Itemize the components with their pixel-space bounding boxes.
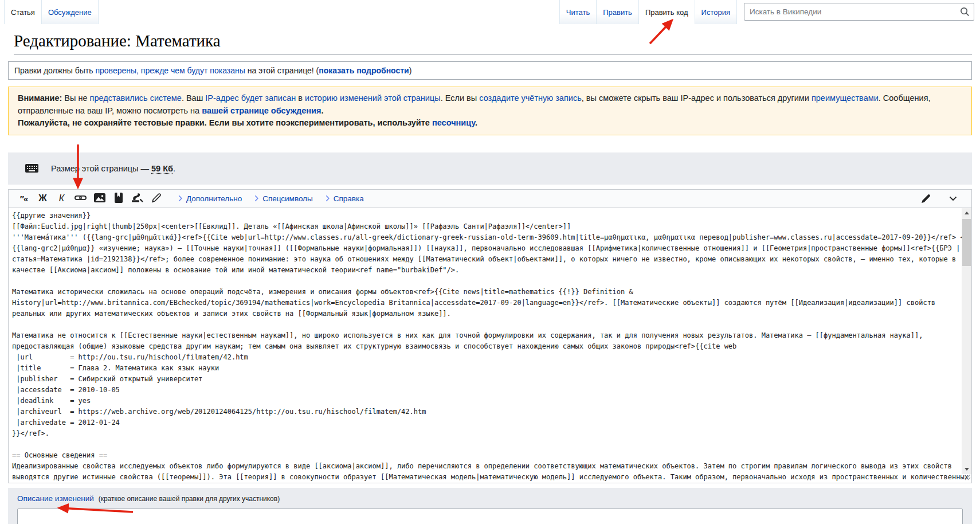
inline-text: . Ваш [182, 93, 205, 103]
menu-label: Спецсимволы [262, 194, 313, 203]
signature-button[interactable] [128, 191, 147, 206]
wikitext-editor-area: {{другие значения}} [[Файл:Euclid.jpg|ri… [8, 208, 972, 483]
chevron-right-icon [254, 195, 258, 202]
resize-grip-icon[interactable] [963, 473, 971, 482]
tab-article[interactable]: Статья [4, 0, 42, 24]
image-button[interactable] [90, 191, 109, 206]
syntax-highlight-pencil-button[interactable] [916, 191, 935, 206]
inline-text: в [296, 93, 305, 103]
inline-text: Правки должны быть [14, 66, 95, 75]
chevron-right-icon [326, 195, 330, 202]
menu-label: Дополнительно [186, 194, 242, 203]
inline-text: . Если вы [441, 93, 480, 103]
inline-link[interactable]: историю изменений этой страницы [305, 93, 441, 103]
inline-text: . Сообщения, [879, 93, 931, 103]
view-tabs: Читать Править Править код История [559, 0, 737, 24]
link-button[interactable] [71, 191, 90, 206]
view-tabs-and-search: Читать Править Править код История [559, 0, 974, 24]
inline-text: . [173, 164, 175, 173]
inline-text: на этой странице! ( [245, 66, 319, 75]
anon-edit-warning: Внимание: Вы не представились системе. В… [8, 87, 972, 135]
inline-link[interactable]: песочницу [432, 118, 475, 127]
inline-text: , вы сможете скрыть ваш IP-адрес и польз… [582, 93, 812, 103]
inline-link[interactable]: показать подробности [319, 66, 409, 75]
image-icon [94, 193, 105, 204]
search-icon[interactable] [960, 7, 970, 18]
italic-button[interactable]: К [52, 191, 71, 206]
pencil-outline-icon [151, 192, 162, 205]
reference-button[interactable] [109, 191, 128, 206]
bold-icon: Ж [38, 193, 46, 204]
signature-icon [131, 193, 143, 205]
italic-icon: К [59, 193, 64, 204]
inline-text: 59 Кб [151, 164, 173, 173]
tab-edit[interactable]: Править [597, 0, 639, 24]
warning-line: Пожалуйста, не сохраняйте тестовые правк… [18, 117, 962, 130]
scrollbar-thumb[interactable] [962, 219, 971, 266]
menu-help[interactable]: Справка [326, 194, 364, 203]
nowiki-pencil-button[interactable] [147, 191, 166, 206]
edit-summary-hint: (краткое описание вашей правки для други… [99, 495, 280, 503]
inline-link[interactable]: представились системе [90, 93, 182, 103]
edit-toolbar: ″« Ж К [8, 189, 972, 208]
inline-link[interactable]: вашей странице обсуждения [202, 106, 321, 115]
inline-link[interactable]: создадите учётную запись [479, 93, 581, 103]
page-title: Редактирование: Математика [14, 32, 972, 55]
keyboard-icon [25, 164, 38, 173]
top-bar: Статья Обсуждение Читать Править Править… [0, 0, 980, 24]
page-size-bar: Размер этой страницы — 59 Кб. [8, 152, 972, 185]
pending-review-notice: Правки должны быть проверены, прежде чем… [8, 61, 972, 80]
inline-link[interactable]: IP-адрес будет записан [205, 93, 296, 103]
bold-button[interactable]: Ж [33, 191, 52, 206]
tab-read[interactable]: Читать [559, 0, 597, 24]
warning-line: отправленные на ваш IP, можно посмотреть… [18, 105, 962, 118]
tab-discussion[interactable]: Обсуждение [42, 0, 99, 24]
link-icon [74, 192, 87, 205]
edit-summary-input[interactable] [17, 509, 963, 524]
scrollbar-up-button[interactable] [962, 208, 971, 218]
inline-text: Пожалуйста, не сохраняйте тестовые правк… [18, 118, 432, 127]
search-box [744, 3, 974, 24]
edit-summary-link[interactable]: Описание изменений [17, 494, 94, 503]
wikitext-editor[interactable]: {{другие значения}} [[Файл:Euclid.jpg|ri… [9, 208, 971, 483]
edit-summary-section: Описание изменений (краткое описание ваш… [8, 488, 972, 524]
menu-label: Справка [334, 194, 364, 203]
quotes-icon: ″« [20, 194, 28, 204]
namespace-tabs: Статья Обсуждение [4, 0, 99, 24]
tab-edit-source[interactable]: Править код [639, 0, 695, 24]
quotes-button[interactable]: ″« [14, 191, 33, 206]
editor-scrollbar[interactable] [962, 208, 971, 474]
toolbar-collapse-chevron[interactable] [943, 191, 962, 206]
inline-link[interactable]: преимуществами [812, 93, 879, 103]
reference-book-icon [115, 193, 123, 205]
inline-text: ) [409, 66, 412, 75]
menu-advanced[interactable]: Дополнительно [178, 194, 242, 203]
menu-special-characters[interactable]: Спецсимволы [254, 194, 313, 203]
tab-history[interactable]: История [695, 0, 737, 24]
inline-link[interactable]: проверены, прежде чем будут показаны [95, 66, 245, 75]
inline-text: Внимание: [18, 93, 64, 103]
inline-text: Вы не [64, 93, 89, 103]
inline-text: отправленные на ваш IP, можно посмотреть… [18, 106, 202, 115]
warning-line: Внимание: Вы не представились системе. В… [18, 92, 962, 105]
inline-text: Размер этой страницы — [51, 164, 151, 173]
chevron-right-icon [178, 195, 182, 202]
search-input[interactable] [744, 3, 974, 21]
page-size-text: Размер этой страницы — 59 Кб. [51, 164, 175, 173]
inline-text: . [475, 118, 477, 127]
inline-text: . [321, 106, 323, 115]
